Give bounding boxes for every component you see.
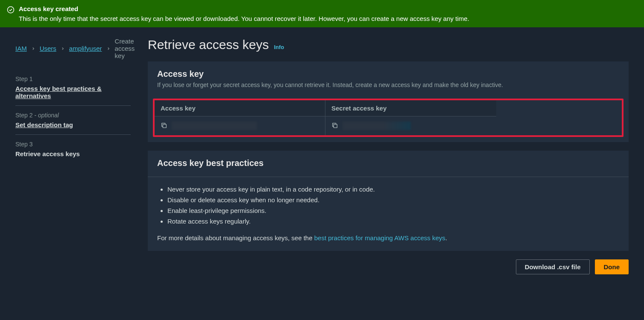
copy-access-key-button[interactable] xyxy=(161,122,167,130)
wizard-step-3: Step 3 Retrieve access keys xyxy=(15,135,131,163)
copy-secret-key-button[interactable] xyxy=(331,122,338,130)
column-header-secret-key: Secret access key xyxy=(325,100,496,116)
step-number: Step 2 - optional xyxy=(15,112,131,119)
banner-description: This is the only time that the secret ac… xyxy=(19,15,469,22)
banner-title: Access key created xyxy=(19,5,469,12)
info-link[interactable]: Info xyxy=(274,44,284,50)
breadcrumb-iam[interactable]: IAM xyxy=(15,45,27,52)
svg-rect-1 xyxy=(163,124,166,128)
access-key-value-redacted xyxy=(172,122,257,130)
access-key-panel: Access key If you lose or forget your se… xyxy=(148,61,629,142)
breadcrumb-amplifyuser[interactable]: amplifyuser xyxy=(69,45,102,52)
access-key-table: Access key Secret access key xyxy=(153,99,624,137)
download-csv-button[interactable]: Download .csv file xyxy=(516,259,590,274)
best-practices-panel: Access key best practices Never store yo… xyxy=(148,151,629,251)
list-item: Never store your access key in plain tex… xyxy=(167,184,619,195)
secret-key-cell xyxy=(325,116,496,135)
panel-title: Access key xyxy=(157,69,619,79)
step-title[interactable]: Set description tag xyxy=(15,121,131,128)
best-practices-link[interactable]: best practices for managing AWS access k… xyxy=(314,234,445,241)
access-key-cell xyxy=(155,116,325,135)
wizard-step-1[interactable]: Step 1 Access key best practices & alter… xyxy=(15,70,131,106)
svg-rect-2 xyxy=(334,124,337,128)
breadcrumb-current: Create access key xyxy=(115,38,135,59)
step-number: Step 3 xyxy=(15,141,131,148)
page-title: Retrieve access keys xyxy=(148,38,269,52)
breadcrumb: IAM Users amplifyuser Create access key xyxy=(15,38,131,59)
success-banner: Access key created This is the only time… xyxy=(0,0,644,27)
best-practices-more: For more details about managing access k… xyxy=(157,234,619,241)
step-title: Retrieve access keys xyxy=(15,150,131,157)
svg-point-0 xyxy=(8,7,14,13)
step-title[interactable]: Access key best practices & alternatives xyxy=(15,85,131,99)
secret-key-value-redacted xyxy=(342,122,411,130)
best-practices-list: Never store your access key in plain tex… xyxy=(157,184,619,227)
chevron-right-icon xyxy=(61,45,65,52)
list-item: Disable or delete access key when no lon… xyxy=(167,195,619,205)
column-header-access-key: Access key xyxy=(155,100,325,116)
success-icon xyxy=(7,6,15,15)
wizard-step-2[interactable]: Step 2 - optional Set description tag xyxy=(15,106,131,135)
breadcrumb-users[interactable]: Users xyxy=(40,45,56,52)
panel-title: Access key best practices xyxy=(157,158,619,168)
panel-subtitle: If you lose or forget your secret access… xyxy=(157,81,619,88)
chevron-right-icon xyxy=(31,45,35,52)
list-item: Rotate access keys regularly. xyxy=(167,216,619,227)
list-item: Enable least-privilege permissions. xyxy=(167,205,619,216)
step-number: Step 1 xyxy=(15,76,131,82)
done-button[interactable]: Done xyxy=(595,259,629,274)
action-bar: Download .csv file Done xyxy=(148,259,629,274)
chevron-right-icon xyxy=(106,45,111,52)
